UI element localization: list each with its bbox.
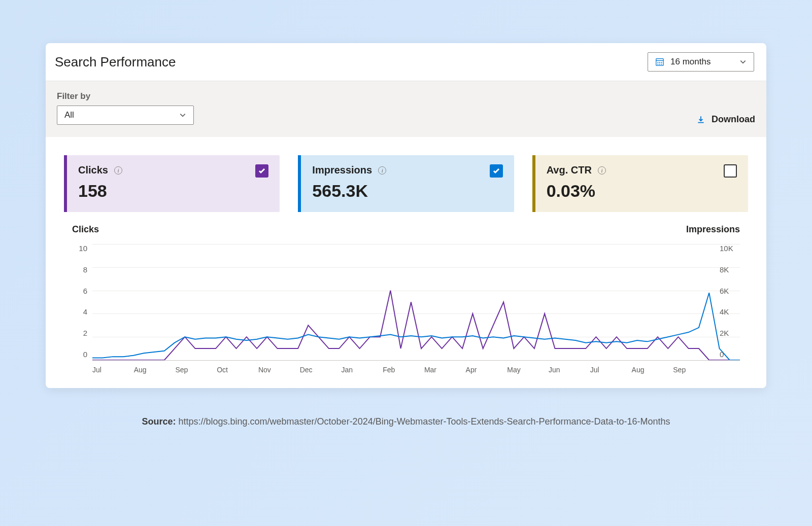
check-icon (492, 167, 500, 175)
search-performance-card: Search Performance 16 months Filter by A… (46, 43, 766, 388)
metric-card-clicks[interactable]: Clicks i 158 (64, 155, 280, 212)
svg-rect-7 (661, 64, 662, 65)
svg-rect-4 (661, 62, 662, 63)
svg-rect-6 (659, 64, 660, 65)
page-title: Search Performance (55, 54, 176, 70)
metric-title: Clicks (78, 164, 108, 176)
svg-rect-3 (659, 62, 660, 63)
x-axis-ticks: JulAugSepOctNovDecJanFebMarAprMayJunJulA… (92, 361, 715, 374)
download-icon (696, 115, 705, 124)
download-button[interactable]: Download (696, 114, 755, 125)
chart-area: Clicks Impressions 1086420 10K8K6K4K2K0 … (55, 212, 757, 388)
metric-checkbox-clicks[interactable] (255, 164, 268, 178)
metric-value: 565.3K (312, 181, 386, 201)
metrics-row: Clicks i 158 Impressions i 565.3K (55, 146, 757, 212)
info-icon[interactable]: i (114, 166, 122, 174)
svg-rect-5 (658, 64, 659, 65)
chart-grid: 1086420 10K8K6K4K2K0 (72, 244, 740, 361)
header: Search Performance 16 months (46, 43, 766, 81)
metric-value: 158 (78, 181, 122, 201)
filter-value: All (64, 110, 74, 120)
source-citation: Source: https://blogs.bing.com/webmaster… (46, 416, 766, 427)
chart-lines (92, 244, 740, 360)
info-icon[interactable]: i (378, 166, 386, 174)
y-axis-left-label: Clicks (72, 224, 99, 235)
date-range-value: 16 months (670, 57, 710, 67)
y-axis-left-ticks: 1086420 (72, 244, 92, 361)
metric-checkbox-ctr[interactable] (724, 164, 737, 178)
y-axis-right-label: Impressions (686, 224, 740, 235)
filter-label: Filter by (57, 91, 194, 101)
metric-card-ctr[interactable]: Avg. CTR i 0.03% (532, 155, 748, 212)
info-icon[interactable]: i (598, 166, 606, 174)
metric-title: Avg. CTR (547, 164, 592, 176)
chevron-down-icon (739, 58, 747, 65)
download-label: Download (712, 114, 755, 125)
calendar-icon (655, 57, 664, 66)
plot-region[interactable] (92, 244, 740, 361)
svg-rect-2 (658, 62, 659, 63)
filter-bar: Filter by All Download (46, 81, 766, 137)
chevron-down-icon (179, 112, 186, 119)
metric-checkbox-impressions[interactable] (490, 164, 503, 178)
source-prefix: Source: (142, 416, 176, 427)
metric-card-impressions[interactable]: Impressions i 565.3K (298, 155, 514, 212)
date-range-picker[interactable]: 16 months (648, 52, 754, 72)
metric-value: 0.03% (547, 181, 606, 201)
metric-title: Impressions (312, 164, 372, 176)
y-axis-right-ticks: 10K8K6K4K2K0 (715, 244, 740, 361)
source-url: https://blogs.bing.com/webmaster/October… (178, 416, 670, 427)
check-icon (258, 167, 266, 175)
filter-select[interactable]: All (57, 106, 194, 125)
